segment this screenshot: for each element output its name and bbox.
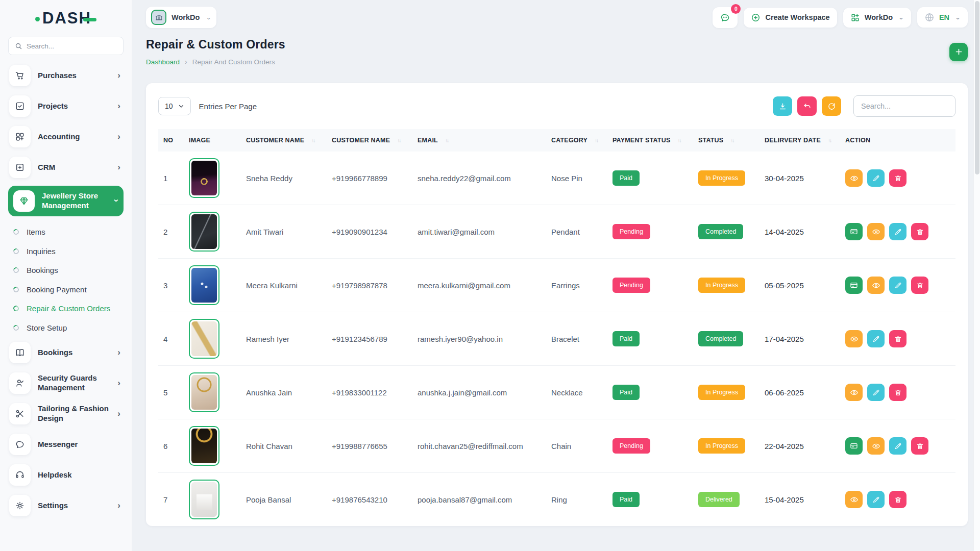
- submenu-item-inquiries[interactable]: Inquiries: [12, 242, 124, 261]
- action-buttons: [845, 223, 950, 240]
- create-workspace-button[interactable]: Create Workspace: [744, 8, 837, 28]
- view-button[interactable]: [845, 491, 863, 508]
- column-header-status[interactable]: STATUS↑↓: [693, 129, 760, 152]
- scrollbar[interactable]: [973, 0, 980, 551]
- sidebar-item-bookings[interactable]: Bookings ›: [8, 340, 124, 365]
- column-header-payment-status[interactable]: PAYMENT STATUS↑↓: [607, 129, 693, 152]
- delete-button[interactable]: [889, 491, 906, 508]
- cell-actions: [840, 152, 955, 205]
- view-button[interactable]: [867, 277, 885, 294]
- sidebar-item-helpdesk[interactable]: Helpdesk: [8, 463, 124, 487]
- sidebar-item-tailoring-fashion-design[interactable]: Tailoring & Fashion Design ›: [8, 402, 124, 426]
- workspace-menu-button[interactable]: WorkDo ⌄: [843, 8, 911, 28]
- chat-badge: 0: [731, 4, 741, 14]
- order-image[interactable]: [189, 480, 219, 519]
- edit-button[interactable]: [889, 437, 906, 455]
- order-image[interactable]: [189, 212, 219, 252]
- sidebar-item-projects[interactable]: Projects ›: [8, 94, 124, 118]
- submenu-item-store-setup[interactable]: Store Setup: [12, 318, 124, 338]
- cell-payment-status: Paid: [607, 366, 693, 419]
- scrollbar-thumb[interactable]: [975, 1, 979, 174]
- cell-email: rohit.chavan25@rediffmail.com: [412, 419, 546, 473]
- payment-status-badge: Paid: [612, 331, 640, 346]
- breadcrumb-dashboard-link[interactable]: Dashboard: [146, 58, 180, 66]
- sidebar-item-messenger[interactable]: Messenger: [8, 432, 124, 457]
- order-image[interactable]: [189, 319, 219, 359]
- sidebar-item-label: Jewellery Store Management: [42, 191, 107, 211]
- action-buttons: [845, 277, 950, 294]
- submenu-item-repair-custom-orders[interactable]: Repair & Custom Orders: [12, 299, 124, 318]
- order-image[interactable]: [189, 426, 219, 466]
- view-button[interactable]: [867, 223, 885, 240]
- view-button[interactable]: [867, 437, 885, 455]
- column-header-customer-name[interactable]: CUSTOMER NAME↑↓: [327, 129, 412, 152]
- payment-status-badge: Paid: [612, 385, 640, 400]
- payment-button[interactable]: [845, 277, 863, 294]
- sidebar-item-settings[interactable]: Settings ›: [8, 493, 124, 518]
- view-button[interactable]: [845, 384, 863, 401]
- delete-button[interactable]: [889, 169, 906, 187]
- payment-status-badge: Pending: [612, 278, 650, 293]
- sidebar-item-crm[interactable]: CRM ›: [8, 155, 124, 180]
- edit-button[interactable]: [867, 330, 885, 347]
- delete-button[interactable]: [889, 330, 906, 347]
- cell-payment-status: Pending: [607, 259, 693, 312]
- sidebar-item-accounting[interactable]: Accounting ›: [8, 124, 124, 149]
- order-image[interactable]: [189, 158, 219, 198]
- column-header-email[interactable]: EMAIL↑↓: [412, 129, 546, 152]
- sidebar-nav: Purchases › Projects › Accounting › CRM …: [8, 63, 124, 518]
- table-row: 2 Amit Tiwari +919090901234 amit.tiwari@…: [158, 205, 955, 259]
- language-button[interactable]: EN ⌄: [917, 7, 968, 28]
- order-image[interactable]: [189, 265, 219, 305]
- payment-button[interactable]: [845, 437, 863, 455]
- delete-button[interactable]: [889, 384, 906, 401]
- payment-button[interactable]: [845, 223, 863, 240]
- cell-customer-name: Ramesh Iyer: [241, 312, 327, 366]
- edit-button[interactable]: [867, 384, 885, 401]
- submenu-item-items[interactable]: Items: [12, 222, 124, 242]
- messages-button[interactable]: 0: [713, 7, 738, 28]
- sidebar-item-purchases[interactable]: Purchases ›: [8, 63, 124, 88]
- cell-image: [184, 205, 241, 259]
- chevron-down-icon: [178, 103, 184, 109]
- edit-button[interactable]: [867, 491, 885, 508]
- entries-per-page-select[interactable]: 10: [158, 97, 191, 115]
- cell-actions: [840, 366, 955, 419]
- column-label: CUSTOMER NAME: [246, 137, 304, 144]
- edit-button[interactable]: [889, 277, 906, 294]
- workspace-chip[interactable]: WorkDo ⌄: [146, 7, 216, 28]
- order-image[interactable]: [189, 372, 219, 412]
- status-badge: Completed: [698, 224, 743, 239]
- table-toolbar: 10 Entries Per Page: [158, 95, 955, 117]
- edit-button[interactable]: [889, 223, 906, 240]
- cell-delivery-date: 14-04-2025: [760, 205, 840, 259]
- sidebar-search-input[interactable]: [27, 42, 117, 50]
- reset-button[interactable]: [797, 96, 817, 116]
- submenu-item-booking-payment[interactable]: Booking Payment: [12, 280, 124, 299]
- column-header-delirvery-date[interactable]: DELIRVERY DATE↑↓: [760, 129, 840, 152]
- export-button[interactable]: [773, 96, 792, 116]
- delete-button[interactable]: [911, 223, 928, 240]
- credit-card-icon: [850, 281, 858, 289]
- view-button[interactable]: [845, 169, 863, 187]
- table-search-input[interactable]: [853, 95, 955, 117]
- trash-icon: [916, 228, 924, 236]
- submenu-item-bookings[interactable]: Bookings: [12, 261, 124, 280]
- delete-button[interactable]: [911, 277, 928, 294]
- refresh-button[interactable]: [822, 96, 841, 116]
- sidebar-item-security-guards-management[interactable]: Security Guards Management ›: [8, 371, 124, 395]
- column-header-category[interactable]: CATEGORY↑↓: [546, 129, 607, 152]
- column-header-customer-name[interactable]: CUSTOMER NAME↑↓: [241, 129, 327, 152]
- sort-icon: ↑↓: [311, 138, 314, 143]
- add-order-button[interactable]: [949, 43, 968, 61]
- main-content: WorkDo ⌄ 0 Create Workspace WorkDo ⌄: [132, 0, 980, 551]
- edit-button[interactable]: [867, 169, 885, 187]
- column-label: IMAGE: [189, 137, 210, 144]
- delete-button[interactable]: [911, 437, 928, 455]
- column-label: CATEGORY: [551, 137, 587, 144]
- cell-category: Nose Pin: [546, 152, 607, 205]
- sidebar-item-jewellery-store-management[interactable]: Jewellery Store Management ›: [8, 186, 124, 216]
- app-logo[interactable]: DASH: [8, 7, 124, 30]
- download-icon: [778, 102, 787, 111]
- view-button[interactable]: [845, 330, 863, 347]
